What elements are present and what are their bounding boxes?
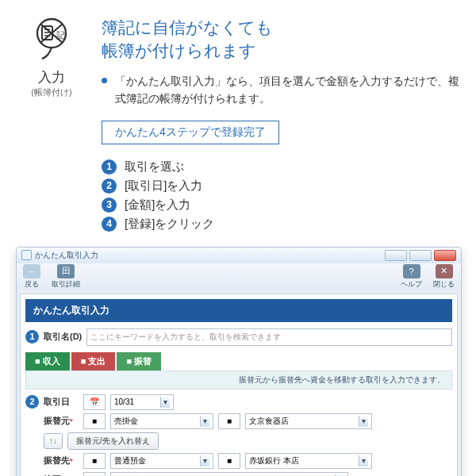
step-1: 取引を選ぶ	[125, 159, 184, 175]
swap-button[interactable]: ↑↓	[44, 433, 63, 449]
toolbar-back[interactable]: ←戻る	[23, 264, 40, 290]
swap-label-button[interactable]: 振替元/先を入れ替え	[67, 432, 159, 450]
tab-income[interactable]: ■ 収入	[25, 352, 70, 370]
hero-sublabel: (帳簿付け)	[16, 86, 87, 98]
window-min-button[interactable]	[385, 250, 407, 261]
app-icon	[21, 250, 32, 260]
hero-label: 入力	[16, 68, 87, 86]
src-aux-icon[interactable]: ■	[218, 413, 240, 429]
date-picker-icon[interactable]: 📅	[83, 394, 106, 410]
window-close-button[interactable]	[434, 250, 456, 261]
window-title: かんたん取引入力	[35, 250, 98, 261]
dst-label: 振替先*	[44, 455, 79, 466]
bullet-icon	[102, 78, 107, 83]
steps-list: 1取引を選ぶ 2[取引日]を入力 3[金額]を入力 4[登録]をクリック	[102, 159, 460, 232]
step-num-1: 1	[102, 159, 117, 175]
title-bar: かんたん取引入力	[17, 248, 461, 263]
tabs: ■ 収入 ■ 支出 ■ 振替	[25, 352, 452, 370]
dst-aux-icon[interactable]: ■	[218, 453, 240, 469]
toolbar: ←戻る 田取引詳細 ?ヘルプ ✕閉じる	[17, 263, 461, 290]
hero-title-l2: 帳簿が付けられます	[102, 41, 256, 60]
tab-transfer[interactable]: ■ 振替	[117, 352, 161, 370]
hero-icon-block: 記 入力 (帳簿付け)	[16, 16, 87, 98]
toolbar-detail[interactable]: 田取引詳細	[52, 264, 80, 290]
toolbar-help[interactable]: ?ヘルプ	[401, 264, 422, 290]
src-label: 振替元*	[44, 415, 79, 427]
window-max-button[interactable]	[409, 250, 432, 261]
section-header: かんたん取引入力	[25, 299, 452, 322]
dst-account-select[interactable]: 普通預金▾	[110, 453, 213, 469]
date-label: 取引日	[44, 396, 79, 408]
step-2: [取引日]を入力	[125, 178, 202, 194]
hero-desc: 「かんたん取引入力」なら、項目を選んで金額を入力するだけで、複式簿記の帳簿が付け…	[115, 72, 460, 108]
steps-chip: かんたん4ステップで登録完了	[102, 121, 279, 144]
marker-1: 1	[25, 330, 39, 344]
step-num-3: 3	[102, 198, 117, 213]
src-aux-select[interactable]: 文京食器店▾	[245, 413, 372, 429]
search-label: 取引名(D)	[44, 331, 82, 343]
hint-bar: 振替元から振替先へ資金を移動する取引を入力できます。	[25, 370, 452, 390]
hero-title-l1: 簿記に自信がなくても	[102, 18, 273, 36]
remark-icon[interactable]: ■	[83, 472, 106, 476]
date-input[interactable]: 10/31▾	[110, 394, 174, 410]
step-num-2: 2	[102, 178, 117, 194]
src-account-select[interactable]: 売掛金▾	[110, 413, 213, 429]
remark-input[interactable]: 9月分入金▾	[110, 472, 348, 476]
toolbar-close[interactable]: ✕閉じる	[433, 264, 455, 290]
dst-icon[interactable]: ■	[83, 453, 106, 469]
hero-title: 簿記に自信がなくても 帳簿が付けられます	[102, 16, 460, 63]
step-num-4: 4	[102, 217, 117, 232]
step-4: [登録]をクリック	[125, 217, 214, 232]
marker-2: 2	[25, 395, 39, 409]
src-icon[interactable]: ■	[83, 413, 106, 429]
ledger-icon: 記	[29, 16, 74, 60]
step-3: [金額]を入力	[125, 198, 190, 213]
tab-expense[interactable]: ■ 支出	[71, 352, 116, 370]
search-input[interactable]: ここにキーワードを入力すると、取引を検索できます	[86, 328, 452, 346]
dst-aux-select[interactable]: 赤坂銀行 本店▾	[245, 453, 372, 469]
app-window: かんたん取引入力 ←戻る 田取引詳細 ?ヘルプ ✕閉じる かんたん取引入力 1	[16, 247, 462, 476]
